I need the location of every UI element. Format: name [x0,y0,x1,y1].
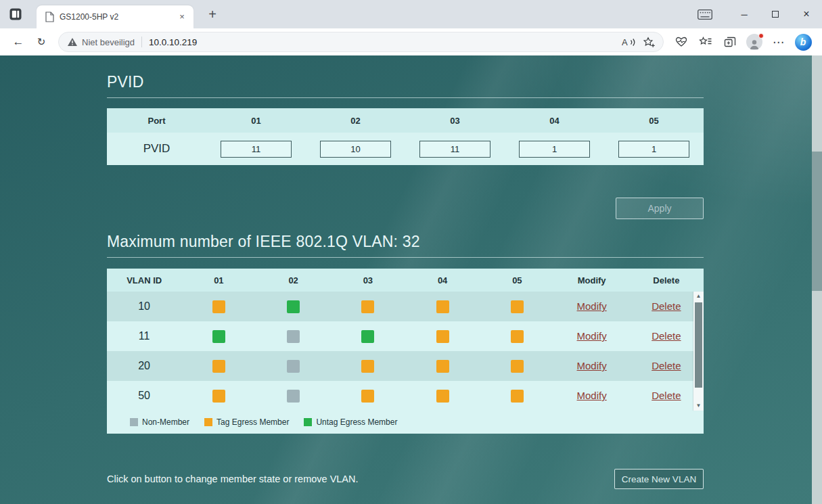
new-tab-button[interactable]: + [203,5,222,24]
vlan-table-container: VLAN ID0102030405ModifyDelete 10ModifyDe… [107,269,704,434]
tab-title: GS1200-5HP v2 [60,12,176,22]
delete-link[interactable]: Delete [652,330,681,342]
delete-link[interactable]: Delete [652,360,681,371]
pvid-input-cell [306,133,405,165]
pvid-column-header: Port [107,108,206,133]
member-toggle-tag[interactable] [436,300,449,313]
delete-link[interactable]: Delete [652,300,681,312]
pvid-input-port-04[interactable] [519,141,590,158]
member-toggle-tag[interactable] [511,300,524,313]
page-scrollbar[interactable] [812,55,822,504]
member-toggle-tag[interactable] [511,360,524,373]
member-toggle-tag[interactable] [436,390,449,403]
vlan-id-cell: 20 [107,351,181,381]
minimize-button[interactable]: ─ [729,0,760,28]
refresh-button[interactable]: ↻ [30,30,53,53]
read-aloud-icon[interactable]: A [618,33,639,51]
favorites-icon[interactable] [693,31,718,53]
scroll-up-icon[interactable]: ▲ [693,292,704,301]
collections-icon[interactable] [718,31,742,53]
vlan-id-cell: 10 [107,292,181,321]
pvid-input-port-02[interactable] [320,141,391,158]
member-toggle-tag[interactable] [436,360,449,373]
pvid-input-port-05[interactable] [618,141,689,158]
member-cell [331,292,405,321]
scroll-down-icon[interactable]: ▼ [693,401,704,411]
not-secure-warning-icon [67,37,78,47]
member-cell [181,381,256,411]
member-toggle-tag[interactable] [361,390,374,403]
member-cell [256,321,331,351]
vlan-scrollbar-thumb[interactable] [695,302,702,388]
address-bar[interactable]: Niet beveiligd 10.0.10.219 A [58,32,664,52]
legend-swatch-icon [130,418,138,426]
profile-avatar[interactable] [742,31,767,53]
member-cell [480,351,554,381]
settings-more-button[interactable]: ⋯ [767,31,791,53]
browser-window: GS1200-5HP v2 × + ─ × ← ↻ Niet beveiligd… [0,0,822,504]
security-label[interactable]: Niet beveiligd [82,37,135,47]
browser-essentials-icon[interactable] [669,31,693,53]
member-toggle-non[interactable] [287,330,300,343]
modify-link[interactable]: Modify [577,300,607,312]
page-favicon-icon [45,12,54,22]
vlan-column-header: Delete [629,269,704,292]
close-button[interactable]: × [791,0,822,28]
modify-link[interactable]: Modify [577,330,607,342]
vlan-column-header: 01 [181,269,256,292]
member-toggle-tag[interactable] [436,330,449,343]
delete-link[interactable]: Delete [652,390,681,401]
more-icon: ⋯ [773,35,785,49]
url-text[interactable]: 10.0.10.219 [149,37,618,47]
pvid-column-header: 04 [505,108,604,133]
member-toggle-tag[interactable] [212,360,225,373]
pvid-input-port-01[interactable] [221,141,292,158]
hint-text: Click on button to change member state o… [107,474,359,484]
apply-button[interactable]: Apply [616,198,704,219]
vlan-row: 50ModifyDelete [107,381,704,411]
member-cell [405,321,480,351]
vlan-column-header: 04 [405,269,480,292]
pvid-section-title: PVID [107,73,704,98]
delete-cell: Delete [629,381,704,411]
member-toggle-tag[interactable] [361,300,374,313]
vlan-table-body: 10ModifyDelete11ModifyDelete20ModifyDele… [107,292,704,411]
member-toggle-tag[interactable] [511,330,524,343]
vlan-table-scrollbar[interactable]: ▲ ▼ [693,292,704,411]
member-toggle-untag[interactable] [287,300,300,313]
pvid-column-header: 02 [306,108,405,133]
member-toggle-tag[interactable] [212,300,225,313]
pvid-input-cell [505,133,604,165]
member-toggle-tag[interactable] [212,390,225,403]
vlan-column-header: 03 [331,269,405,292]
back-button[interactable]: ← [7,30,30,53]
tab-actions-button[interactable] [5,4,26,24]
pvid-input-port-03[interactable] [419,141,490,158]
add-favorite-icon[interactable] [639,33,659,51]
member-toggle-non[interactable] [287,360,300,373]
legend-item: Non-Member [130,417,189,427]
notification-dot [758,33,764,39]
active-tab[interactable]: GS1200-5HP v2 × [37,5,193,28]
apply-row: Apply [107,198,704,219]
member-toggle-non[interactable] [287,390,300,403]
pvid-value-row: PVID [107,133,704,165]
create-new-vlan-button[interactable]: Create New VLAN [614,469,704,489]
member-toggle-untag[interactable] [212,330,225,343]
member-toggle-untag[interactable] [361,330,374,343]
touch-keyboard-icon[interactable] [698,9,712,20]
tab-close-icon[interactable]: × [176,11,188,23]
bing-copilot-button[interactable]: b [791,31,815,53]
member-toggle-tag[interactable] [511,390,524,403]
maximize-button[interactable] [760,0,791,28]
vlan-legend: Non-MemberTag Egress MemberUntag Egress … [107,411,704,434]
vlan-id-cell: 50 [107,381,181,411]
member-cell [256,292,331,321]
member-cell [331,351,405,381]
modify-link[interactable]: Modify [577,390,607,401]
page-content: PVID Port0102030405 PVID Apply Maximum n… [0,55,822,504]
member-toggle-tag[interactable] [361,360,374,373]
page-scrollbar-thumb[interactable] [812,152,822,291]
workspaces-icon [9,7,22,21]
modify-link[interactable]: Modify [577,360,607,371]
